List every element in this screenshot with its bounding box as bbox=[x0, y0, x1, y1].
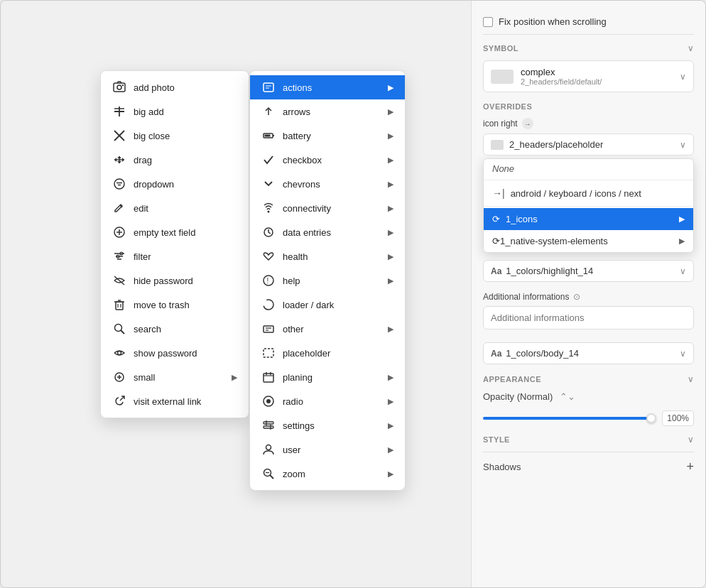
body-colors-dropdown[interactable]: Aa 1_colors/body_14 ∨ bbox=[483, 342, 694, 364]
zoom-arrow: ▶ bbox=[388, 469, 393, 479]
submenu-label-zoom: zoom bbox=[283, 469, 305, 479]
dropdown-none-item[interactable]: None bbox=[484, 159, 693, 178]
submenu-item-settings[interactable]: settings ▶ bbox=[250, 413, 405, 437]
filter-icon bbox=[112, 249, 126, 263]
submenu-item-data-entries[interactable]: data entries ▶ bbox=[250, 220, 405, 244]
submenu-item-arrows[interactable]: arrows ▶ bbox=[250, 99, 405, 124]
submenu-item-loader-dark[interactable]: loader / dark bbox=[250, 293, 405, 317]
health-icon bbox=[261, 249, 276, 263]
checkbox-arrow: ▶ bbox=[388, 156, 393, 165]
drag-icon bbox=[112, 153, 126, 167]
other-arrow: ▶ bbox=[388, 325, 393, 334]
menu-item-dropdown[interactable]: dropdown bbox=[101, 172, 249, 196]
submenu-item-actions[interactable]: actions ▶ bbox=[250, 75, 405, 99]
menu-item-filter[interactable]: filter bbox=[101, 244, 249, 268]
submenu-item-other[interactable]: other ▶ bbox=[250, 317, 405, 341]
menu-item-show-password[interactable]: show password bbox=[101, 341, 249, 365]
dropdown-divider-1 bbox=[484, 180, 693, 180]
small-arrow: ▶ bbox=[232, 373, 237, 382]
health-arrow: ▶ bbox=[388, 252, 393, 261]
additional-info-section: Additional informations ⊙ bbox=[483, 292, 694, 335]
menu-item-hide-password[interactable]: hide password bbox=[101, 268, 249, 293]
android-keyboard-item[interactable]: →| android / keyboard / icons / next bbox=[484, 182, 693, 205]
svg-point-34 bbox=[118, 352, 121, 355]
submenu-item-checkbox[interactable]: checkbox ▶ bbox=[250, 148, 405, 172]
submenu-label-battery: battery bbox=[283, 131, 311, 141]
submenu-item-help[interactable]: ! help ▶ bbox=[250, 268, 405, 293]
menu-item-visit-external-link[interactable]: visit external link bbox=[101, 389, 249, 413]
highlight-colors-label: 1_colors/highlight_14 bbox=[506, 266, 593, 276]
colors-highlight-dropdown[interactable]: Aa 1_colors/highlight_14 ∨ bbox=[483, 260, 694, 282]
dropdown-popup: None →| android / keyboard / icons / nex… bbox=[483, 158, 694, 253]
planing-arrow: ▶ bbox=[388, 373, 393, 382]
style-section: STYLE ∨ Shadows + bbox=[483, 435, 694, 481]
svg-rect-0 bbox=[114, 83, 125, 92]
menu-label-edit: edit bbox=[134, 203, 148, 214]
submenu-item-connectivity[interactable]: connectivity ▶ bbox=[250, 196, 405, 220]
menu-item-big-add[interactable]: big add bbox=[101, 99, 249, 124]
data-entries-icon bbox=[261, 225, 276, 239]
appearance-header: APPEARANCE ∨ bbox=[483, 374, 694, 384]
menu-item-small[interactable]: small ▶ bbox=[101, 365, 249, 389]
fix-position-checkbox[interactable] bbox=[483, 17, 493, 27]
submenu-item-health[interactable]: health ▶ bbox=[250, 244, 405, 268]
overrides-title: Overrides bbox=[483, 102, 532, 111]
submenu-item-chevrons[interactable]: chevrons ▶ bbox=[250, 172, 405, 196]
submenu-label-health: health bbox=[283, 251, 308, 262]
submenu-item-user[interactable]: user ▶ bbox=[250, 437, 405, 462]
svg-point-46 bbox=[268, 211, 270, 213]
opacity-row: Opacity (Normal) ⌃⌄ bbox=[483, 391, 694, 402]
shadows-add-icon[interactable]: + bbox=[686, 459, 694, 474]
symbol-text: complex 2_headers/field/default/ bbox=[521, 67, 602, 86]
override-dropdown[interactable]: 2_headers/placeholder ∨ bbox=[483, 134, 694, 156]
opacity-slider[interactable] bbox=[483, 417, 655, 420]
right-panel: Fix position when scrolling SYMBOL ∨ com… bbox=[471, 1, 705, 587]
submenu-label-placeholder: placeholder bbox=[283, 348, 330, 359]
submenu-item-planing[interactable]: planing ▶ bbox=[250, 365, 405, 389]
big-close-icon bbox=[112, 129, 126, 143]
menu-item-empty-text-field[interactable]: empty text field bbox=[101, 220, 249, 244]
menu-item-drag[interactable]: drag bbox=[101, 148, 249, 172]
user-icon bbox=[261, 442, 276, 457]
svg-rect-45 bbox=[265, 135, 271, 137]
menu-item-search[interactable]: search bbox=[101, 317, 249, 341]
connectivity-arrow: ▶ bbox=[388, 204, 393, 213]
svg-rect-27 bbox=[116, 302, 123, 310]
icon-right-text: icon right bbox=[483, 119, 518, 129]
svg-rect-44 bbox=[273, 135, 274, 136]
menu-label-show-password: show password bbox=[134, 348, 197, 359]
override-value: 2_headers/placeholder bbox=[509, 139, 603, 150]
submenu-label-chevrons: chevrons bbox=[283, 179, 320, 190]
symbol-title: SYMBOL bbox=[483, 44, 518, 53]
symbol-dropdown[interactable]: complex 2_headers/field/default/ ∨ bbox=[483, 60, 694, 92]
style-header: STYLE ∨ bbox=[483, 435, 694, 445]
opacity-handle[interactable] bbox=[646, 413, 656, 423]
move-to-trash-icon bbox=[112, 298, 126, 312]
opacity-label: Opacity (Normal) bbox=[483, 391, 553, 402]
hide-password-icon bbox=[112, 273, 126, 288]
1-native-system-item[interactable]: ⟳ 1_native-system-elements ▶ bbox=[484, 230, 693, 252]
opacity-stepper[interactable]: ⌃⌄ bbox=[560, 391, 575, 402]
additional-info-input[interactable] bbox=[483, 306, 694, 330]
submenu-label-settings: settings bbox=[283, 420, 315, 431]
submenu-label-radio: radio bbox=[283, 396, 303, 407]
menu-item-edit[interactable]: edit bbox=[101, 196, 249, 220]
add-photo-icon bbox=[112, 80, 126, 94]
planing-icon bbox=[261, 370, 276, 384]
submenu-item-zoom[interactable]: zoom ▶ bbox=[250, 462, 405, 486]
menu-item-big-close[interactable]: big close bbox=[101, 124, 249, 148]
submenu-label-loader-dark: loader / dark bbox=[283, 300, 334, 310]
1-icons-item[interactable]: ⟳ 1_icons ▶ bbox=[484, 208, 693, 230]
user-arrow: ▶ bbox=[388, 445, 393, 454]
additional-info-label: Additional informations ⊙ bbox=[483, 292, 694, 302]
submenu-label-data-entries: data entries bbox=[283, 227, 331, 238]
menu-item-move-to-trash[interactable]: move to trash bbox=[101, 293, 249, 317]
aa-badge: Aa bbox=[491, 266, 501, 276]
submenu-item-radio[interactable]: radio ▶ bbox=[250, 389, 405, 413]
submenu-item-battery[interactable]: battery ▶ bbox=[250, 124, 405, 148]
menu-item-add-photo[interactable]: add photo bbox=[101, 75, 249, 99]
symbol-name: complex bbox=[521, 67, 602, 77]
body-aa-badge: Aa bbox=[491, 349, 501, 359]
submenu-item-placeholder[interactable]: placeholder bbox=[250, 341, 405, 365]
colors-text: Aa 1_colors/highlight_14 bbox=[491, 266, 593, 276]
